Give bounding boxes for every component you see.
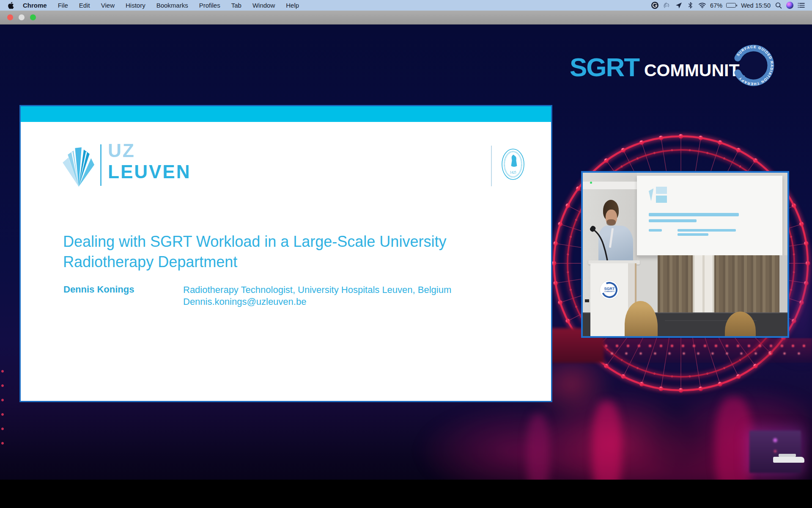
battery-percent: 67% [710,2,722,9]
leuven-text: LEUVEN [108,161,191,182]
presentation-slide: UZ LEUVEN 1425 Dealing with SGRT Workloa… [19,105,552,402]
svg-text:1425: 1425 [510,171,516,174]
mini-slide-title-line [649,219,697,223]
background-boat [773,457,804,463]
sgrt-logo-text: SGRT [570,52,639,82]
uz-leuven-building-icon [60,144,97,188]
uz-leuven-logo-divider [100,144,102,186]
seal-divider [491,146,492,186]
minimize-button[interactable] [19,14,25,20]
menu-bar-status: 67% Wed 15:50 [651,1,812,9]
stage-curtain [658,255,779,314]
menu-bar-left: Chrome File Edit View History Bookmarks … [0,2,304,9]
notification-list-icon[interactable] [797,1,805,9]
stage-window-curtain [693,255,714,314]
affiliation-line: Radiotherapy Technologist, University Ho… [183,284,451,296]
bluetooth-icon[interactable] [686,1,694,9]
menu-bar-clock[interactable]: Wed 15:50 [741,2,771,9]
macos-menu-bar: Chrome File Edit View History Bookmarks … [0,0,812,11]
sgrt-community-logo: SGRT COMMUNITY SURFACE GUIDED RADIATION … [567,40,787,95]
window-title-bar [0,11,812,25]
menu-item-file[interactable]: File [52,2,74,9]
author-email: Dennis.konings@uzleuven.be [183,296,451,308]
slide-author: Dennis Konings [63,284,134,295]
grammarly-icon[interactable] [651,1,659,9]
menu-item-edit[interactable]: Edit [74,2,96,9]
menu-item-window[interactable]: Window [247,2,280,9]
mini-slide-logo [649,187,668,203]
slide-title-line2: Radiotherapy Department [63,252,511,272]
battery-icon[interactable] [726,3,737,8]
podium-sgrt-logo: SGRT COMMUNITY [600,281,619,299]
university-seal-icon: 1425 [501,147,525,182]
mini-slide-text-line [649,229,662,232]
presenter-video-thumbnail[interactable]: SGRT COMMUNITY [581,171,789,338]
menu-item-bookmarks[interactable]: Bookmarks [151,2,194,9]
menu-item-help[interactable]: Help [280,2,304,9]
screen: Chrome File Edit View History Bookmarks … [0,0,812,508]
wifi-icon[interactable] [698,1,706,9]
uz-text: UZ [108,140,135,161]
spotlight-search-icon[interactable] [774,1,782,9]
ku-leuven-seal: 1425 [491,146,533,186]
mini-slide-text-line [678,229,735,232]
background-building [749,431,801,473]
mini-slide-text-line [678,233,708,236]
menu-item-profiles[interactable]: Profiles [194,2,226,9]
sgrt-badge-icon: SURFACE GUIDED RADIATION THERAPY [731,43,776,88]
apple-menu-icon[interactable] [8,2,14,9]
location-icon[interactable] [675,1,683,9]
screen-mirroring-icon[interactable] [663,1,671,9]
traffic-lights [7,14,36,20]
webinar-stage: SGRT COMMUNITY SURFACE GUIDED RADIATION … [0,24,812,508]
menu-item-view[interactable]: View [96,2,120,9]
zoom-button[interactable] [30,14,36,20]
menu-item-tab[interactable]: Tab [226,2,247,9]
menu-item-history[interactable]: History [120,2,151,9]
menu-item-chrome[interactable]: Chrome [17,2,52,9]
wall-outlet [585,299,589,302]
video-scene: SGRT COMMUNITY [583,173,787,336]
close-button[interactable] [7,14,13,20]
room-wall-right [779,255,787,314]
mini-slide-title-line [649,213,739,216]
slide-affiliation: Radiotherapy Technologist, University Ho… [183,284,451,308]
battery-nub [736,5,737,6]
projection-screen [637,176,782,257]
uz-leuven-logo: UZ LEUVEN [60,144,217,188]
siri-icon[interactable] [786,2,793,9]
slide-title-line1: Dealing with SGRT Workload in a Large-Sc… [63,232,511,252]
bottom-letterbox-bar [0,480,812,508]
slide-title: Dealing with SGRT Workload in a Large-Sc… [63,232,511,272]
battery-body [726,3,736,8]
slide-header-bar [21,106,551,122]
